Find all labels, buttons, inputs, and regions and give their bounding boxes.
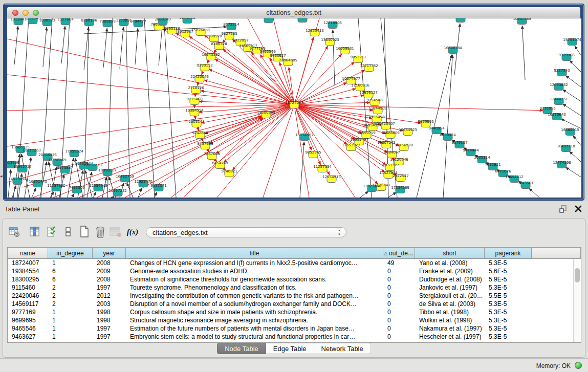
row-height-icon[interactable] — [61, 225, 75, 239]
table-cell[interactable]: 5.5E-5 — [485, 292, 532, 300]
table-cell[interactable]: 2008 — [93, 259, 126, 267]
graph-edge[interactable] — [300, 142, 304, 198]
panel-collapse-arrow[interactable]: ◂ — [0, 174, 3, 179]
graph-edge[interactable] — [155, 192, 157, 198]
graph-edge[interactable] — [294, 89, 356, 105]
table-vertical-scrollbar[interactable] — [573, 259, 581, 342]
graph-edge[interactable] — [294, 46, 328, 105]
table-cell[interactable]: 9699695 — [8, 316, 48, 324]
graph-edge[interactable] — [12, 186, 16, 198]
table-cell[interactable]: 5.3E-5 — [485, 283, 532, 292]
graph-node[interactable] — [298, 18, 307, 23]
table-cell[interactable]: 0 — [383, 275, 415, 283]
table-cell[interactable]: 1 — [48, 333, 93, 341]
table-cell[interactable]: 18724007 — [8, 259, 48, 267]
table-cell[interactable]: Embryonic stem cells: a model to study s… — [126, 333, 383, 341]
table-row[interactable]: 977716911998Corpus callosum shape and si… — [8, 308, 581, 316]
graph-edge[interactable] — [159, 26, 162, 65]
show-column-icon[interactable] — [28, 225, 41, 239]
graph-edge[interactable] — [209, 69, 294, 105]
table-cell[interactable]: 9115460 — [8, 283, 48, 292]
table-cell[interactable]: 5.3E-5 — [485, 316, 532, 324]
column-header-out_degree[interactable]: △out_de… — [383, 248, 415, 259]
close-panel-icon[interactable] — [575, 205, 582, 212]
delete-trash-icon[interactable] — [94, 225, 107, 239]
tab-edge-table[interactable]: Edge Table — [266, 343, 314, 354]
table-cell[interactable]: Investigating the contribution of common… — [126, 292, 383, 300]
graph-edge[interactable] — [7, 75, 294, 105]
column-header-title[interactable]: title — [126, 248, 383, 259]
table-cell[interactable]: Disruption of a novel member of a sodium… — [126, 300, 383, 308]
graph-edge[interactable] — [164, 18, 176, 198]
graph-edge[interactable] — [294, 95, 364, 105]
table-cell[interactable]: Hescheler et al. (1997) — [415, 333, 485, 341]
graph-edge[interactable] — [566, 167, 581, 177]
network-graph[interactable]: 1872400718300295982750581863281654338293… — [7, 18, 581, 198]
table-cell[interactable]: 9777169 — [8, 308, 48, 316]
table-row[interactable]: 1830029562008Estimation of significance … — [8, 275, 581, 283]
table-cell[interactable]: 0 — [383, 283, 415, 292]
table-cell[interactable]: 5.3E-5 — [485, 308, 532, 316]
graph-edge[interactable] — [61, 26, 65, 63]
graph-edge[interactable] — [14, 26, 18, 64]
column-header-name[interactable]: name — [8, 248, 48, 259]
graph-edge[interactable] — [171, 105, 294, 198]
table-cell[interactable]: Genome-wide association studies in ADHD. — [126, 267, 383, 275]
window-titlebar[interactable]: citations_edges.txt — [7, 7, 580, 18]
table-cell[interactable]: Tourette syndrome. Phenomenology and cla… — [126, 283, 383, 292]
table-cell[interactable]: Tibbo et al. (1998) — [415, 308, 485, 316]
table-row[interactable]: 911546021997Tourette syndrome. Phenomeno… — [8, 283, 581, 292]
graph-edge[interactable] — [388, 192, 396, 198]
graph-edge[interactable] — [8, 169, 11, 198]
graph-edge[interactable] — [51, 167, 56, 198]
graph-edge[interactable] — [120, 27, 123, 69]
graph-edge[interactable] — [570, 60, 581, 72]
table-cell[interactable]: Structural magnetic resonance image aver… — [126, 316, 383, 324]
graph-edge[interactable] — [294, 102, 370, 105]
table-cell[interactable]: 2012 — [93, 292, 126, 300]
table-cell[interactable]: 6 — [48, 267, 93, 275]
table-cell[interactable]: 0 — [383, 267, 415, 275]
tab-network-table[interactable]: Network Table — [314, 343, 371, 354]
table-cell[interactable]: 1997 — [93, 333, 126, 341]
table-row[interactable]: 946362711997Embryonic stem cells: a mode… — [8, 333, 581, 341]
table-cell[interactable]: Changes of HCN gene expression and I(f) … — [126, 259, 383, 267]
table-cell[interactable]: 22420046 — [8, 292, 48, 300]
table-cell[interactable]: 1 — [48, 324, 93, 333]
graph-edge[interactable] — [529, 188, 539, 198]
table-cell[interactable]: 2 — [48, 300, 93, 308]
table-cell[interactable]: 6 — [48, 275, 93, 283]
table-cell[interactable]: 19384554 — [8, 267, 48, 275]
graph-edge[interactable] — [7, 105, 294, 111]
table-cell[interactable]: de Silva et al. (2003) — [415, 300, 485, 308]
table-cell[interactable]: Yano et al. (2008) — [415, 259, 485, 267]
scrollbar-thumb[interactable] — [575, 268, 580, 282]
table-cell[interactable]: Corpus callosum shape and size in male p… — [126, 308, 383, 316]
table-cell[interactable]: 1998 — [93, 316, 126, 324]
graph-edge[interactable] — [72, 193, 74, 198]
float-panel-icon[interactable] — [559, 205, 568, 213]
graph-edge[interactable] — [570, 151, 581, 162]
table-cell[interactable]: 0 — [383, 316, 415, 324]
table-cell[interactable]: Franke et al. (2009) — [415, 267, 485, 275]
graph-edge[interactable] — [135, 28, 138, 64]
table-cell[interactable]: 5.3E-5 — [485, 259, 532, 267]
function-builder-icon[interactable]: f(x) — [126, 225, 139, 239]
table-cell[interactable]: 2008 — [93, 275, 126, 283]
table-cell[interactable]: 14569117 — [8, 300, 48, 308]
column-header-in_degree[interactable]: in_degree — [48, 248, 93, 259]
table-cell[interactable]: 1 — [48, 316, 93, 324]
column-header-pagerank[interactable]: pagerank — [485, 248, 532, 259]
table-settings-icon[interactable] — [8, 225, 21, 239]
table-cell[interactable]: 0 — [383, 300, 415, 308]
graph-edge[interactable] — [360, 191, 368, 198]
table-row[interactable]: 946554611997Estimation of the future num… — [8, 324, 581, 333]
table-cell[interactable]: 1997 — [93, 324, 126, 333]
table-cell[interactable]: 2009 — [93, 267, 126, 275]
table-cell[interactable]: 0 — [383, 324, 415, 333]
table-cell[interactable]: 5.6E-5 — [485, 267, 532, 275]
graph-edge[interactable] — [201, 91, 294, 105]
table-cell[interactable]: 49 — [383, 259, 415, 267]
graph-edge[interactable] — [294, 105, 421, 123]
table-row[interactable]: 1456911722003Disruption of a novel membe… — [8, 300, 581, 308]
